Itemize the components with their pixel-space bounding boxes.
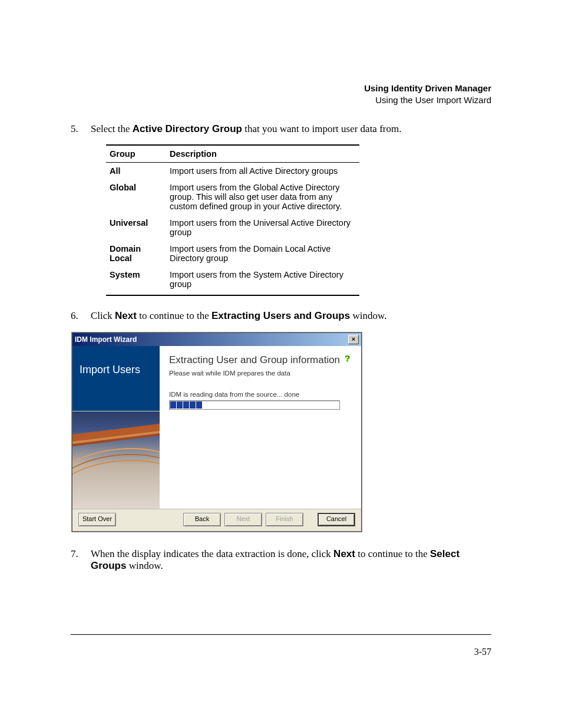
group-name: Universal	[106, 215, 166, 241]
text: Select the	[91, 123, 133, 134]
dialog-button-bar: Start Over Back Next Finish Cancel	[72, 509, 361, 531]
dialog-titlebar[interactable]: IDM Import Wizard ×	[72, 333, 361, 346]
group-desc: Import users from all Active Directory g…	[166, 163, 359, 180]
text: window.	[126, 560, 163, 571]
sidebar-image	[72, 411, 160, 509]
step-number: 6.	[71, 310, 91, 322]
table-row: Universal Import users from the Universa…	[106, 215, 359, 241]
dialog-body: Import Users Extracting User and Group i…	[72, 346, 361, 509]
text: window.	[350, 310, 386, 321]
step-number: 5.	[71, 123, 91, 135]
start-over-button[interactable]: Start Over	[78, 513, 116, 526]
text: to continue to the	[137, 310, 211, 321]
dialog-sidebar: Import Users	[72, 346, 160, 509]
group-desc: Import users from the Domain Local Activ…	[166, 241, 359, 266]
progress-bar	[169, 400, 340, 410]
step-body: Select the Active Directory Group that y…	[91, 123, 491, 135]
idm-import-wizard-dialog: IDM Import Wizard × Import Users Extract…	[72, 332, 362, 532]
header-title: Using Identity Driven Manager	[71, 83, 491, 94]
step-5: 5. Select the Active Directory Group tha…	[71, 123, 491, 135]
next-button[interactable]: Next	[224, 513, 262, 526]
table-row: System Import users from the System Acti…	[106, 266, 359, 295]
group-definitions-table: Group Description All Import users from …	[106, 144, 359, 296]
step-body: Click Next to continue to the Extracting…	[91, 310, 491, 322]
col-header-group: Group	[106, 145, 166, 163]
cancel-button[interactable]: Cancel	[318, 513, 355, 526]
dialog-subtext: Please wait while IDM prepares the data	[169, 370, 352, 377]
dialog-title: IDM Import Wizard	[75, 335, 137, 344]
group-desc: Import users from the Global Active Dire…	[166, 179, 359, 215]
window-name: Extracting Users and Groups	[211, 310, 350, 321]
ad-group-keyword: Active Directory Group	[133, 123, 242, 134]
group-name: All	[106, 163, 166, 180]
dialog-main: Extracting User and Group information Pl…	[160, 346, 361, 509]
status-text: IDM is reading data from the source... d…	[169, 391, 352, 398]
next-keyword: Next	[333, 548, 355, 559]
table-row: All Import users from all Active Directo…	[106, 163, 359, 180]
next-keyword: Next	[115, 310, 137, 321]
bridge-icon	[72, 421, 160, 442]
progress-chunk	[196, 401, 202, 409]
col-header-description: Description	[166, 145, 359, 163]
step-body: When the display indicates the data extr…	[91, 548, 491, 572]
step-number: 7.	[71, 548, 91, 572]
bridge-icon	[72, 442, 160, 509]
text: Click	[91, 310, 115, 321]
page-header: Using Identity Driven Manager Using the …	[71, 83, 491, 106]
group-desc: Import users from the Universal Active D…	[166, 215, 359, 241]
page-number: 3-57	[474, 647, 491, 657]
step-7: 7. When the display indicates the data e…	[71, 548, 491, 572]
progress-chunk	[170, 401, 176, 409]
sidebar-title: Import Users	[72, 346, 160, 411]
finish-button[interactable]: Finish	[266, 513, 303, 526]
table-row: Global Import users from the Global Acti…	[106, 179, 359, 215]
close-button[interactable]: ×	[348, 335, 359, 344]
page-footer: 3-57	[71, 634, 491, 657]
table-row: Domain Local Import users from the Domai…	[106, 241, 359, 266]
text: to continue to the	[355, 548, 430, 559]
text: that you want to import user data from.	[242, 123, 402, 134]
dialog-heading: Extracting User and Group information	[169, 354, 352, 366]
progress-chunk	[183, 401, 189, 409]
step-6: 6. Click Next to continue to the Extract…	[71, 310, 491, 322]
group-name: Domain Local	[106, 241, 166, 266]
group-name: System	[106, 266, 166, 295]
progress-chunk	[190, 401, 196, 409]
group-desc: Import users from the System Active Dire…	[166, 266, 359, 295]
group-name: Global	[106, 179, 166, 215]
progress-chunk	[177, 401, 183, 409]
help-icon[interactable]	[345, 353, 355, 364]
header-subtitle: Using the User Import Wizard	[71, 94, 491, 106]
back-button[interactable]: Back	[183, 513, 221, 526]
text: When the display indicates the data extr…	[91, 548, 333, 559]
